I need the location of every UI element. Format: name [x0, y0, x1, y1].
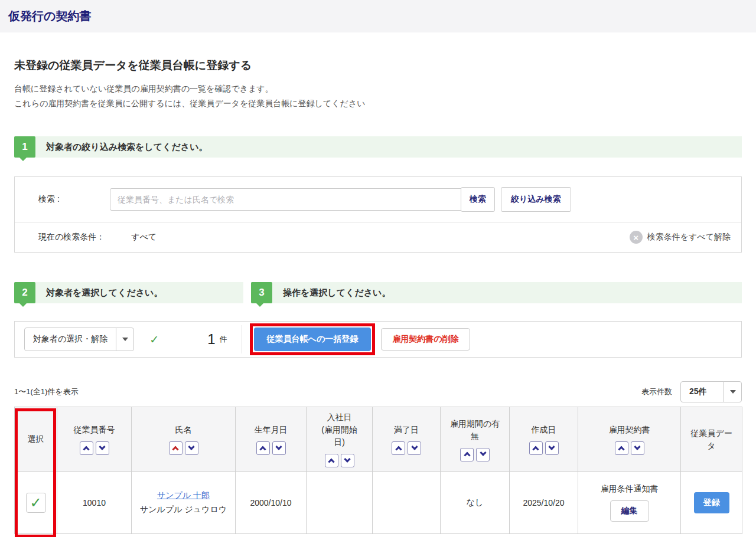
sort-down-button[interactable]	[631, 441, 644, 455]
cell-expiry-date	[373, 472, 441, 534]
sort-up-button[interactable]	[615, 441, 628, 455]
employee-name-kana: サンルプル ジュウロウ	[132, 505, 235, 515]
cell-birth-date: 2000/10/10	[236, 472, 307, 534]
per-page-dropdown[interactable]: 25件	[680, 381, 742, 402]
sort-up-button[interactable]	[256, 441, 270, 455]
chevron-down-icon	[548, 443, 555, 450]
page-title-bar: 仮発行の契約書	[0, 0, 756, 32]
clear-icon[interactable]: ×	[630, 231, 643, 244]
section-heading: 未登録の従業員データを従業員台帳に登録する	[14, 58, 742, 73]
employee-table-wrap: 選択 従業員番号 氏名	[14, 407, 742, 534]
step-1-label: 対象者の絞り込み検索をしてください。	[46, 142, 208, 153]
cell-employee-data: 登録	[681, 472, 742, 534]
sort-down-button[interactable]	[341, 454, 354, 467]
clear-conditions-link[interactable]: × 検索条件をすべて解除	[630, 231, 741, 244]
chevron-up-icon	[532, 446, 539, 452]
chevron-down-icon	[275, 443, 282, 450]
chevron-down-icon	[634, 443, 640, 450]
chevron-down-icon	[188, 443, 194, 450]
sort-down-button[interactable]	[408, 441, 421, 455]
chevron-up-icon	[618, 446, 624, 452]
col-header-employee-number: 従業員番号	[57, 407, 132, 472]
chevron-up-icon	[83, 446, 89, 452]
cell-contract: 雇用条件通知書 編集	[578, 472, 681, 534]
page-title: 仮発行の契約書	[8, 8, 91, 24]
cell-select: ✓	[15, 472, 57, 534]
sort-down-button[interactable]	[185, 441, 198, 455]
search-input[interactable]	[110, 188, 461, 211]
col-header-employee-data: 従業員デー タ	[681, 407, 742, 472]
per-page-dropdown-caret[interactable]	[724, 381, 742, 402]
chevron-up-icon	[395, 446, 402, 452]
step-2-bar: 2 対象者を選択してください。	[14, 282, 243, 303]
sort-down-button[interactable]	[545, 441, 559, 455]
target-select-dropdown-label[interactable]: 対象者の選択・解除	[24, 328, 116, 351]
cell-hire-date	[307, 472, 373, 534]
search-label: 検索 :	[15, 194, 110, 205]
table-header-row: 選択 従業員番号 氏名	[15, 407, 742, 472]
chevron-down-icon	[122, 338, 128, 344]
sort-up-button[interactable]	[80, 441, 93, 455]
chevron-down-icon	[99, 443, 105, 450]
col-header-birth-date: 生年月日	[236, 407, 307, 472]
search-panel: 検索 : 検索 絞り込み検索 現在の検索条件： すべて × 検索条件をすべて解除	[14, 176, 742, 253]
edit-button[interactable]: 編集	[610, 500, 649, 522]
selection-check-icon: ✓	[149, 333, 159, 346]
check-icon: ✓	[30, 496, 41, 510]
action-divider	[242, 325, 242, 353]
annotation-box-bulk-register: 従業員台帳への一括登録	[250, 323, 376, 355]
filter-search-button[interactable]: 絞り込み検索	[501, 187, 571, 212]
step-1-badge: 1	[14, 136, 35, 158]
contract-doc-name: 雇用条件通知書	[578, 484, 680, 495]
sort-up-button[interactable]	[529, 441, 543, 455]
per-page-label: 表示件数	[641, 387, 672, 397]
register-button[interactable]: 登録	[694, 492, 729, 513]
current-condition-value: すべて	[131, 232, 157, 243]
employee-table: 選択 従業員番号 氏名	[14, 407, 742, 534]
description-line-1: 台帳に登録されていない従業員の雇用契約書の一覧を確認できます。	[14, 81, 742, 96]
employee-name-link[interactable]: サンプル 十郎	[157, 490, 210, 500]
search-button[interactable]: 検索	[461, 187, 495, 212]
description-line-2: これらの雇用契約書を従業員に公開するには、従業員データを従業員台帳に登録してくだ…	[14, 96, 742, 111]
cell-created-date: 2025/10/20	[510, 472, 578, 534]
col-header-name: 氏名	[132, 407, 236, 472]
delete-contract-button[interactable]: 雇用契約書の削除	[381, 328, 470, 351]
cell-name: サンプル 十郎 サンルプル ジュウロウ	[132, 472, 236, 534]
sort-up-button[interactable]	[460, 448, 474, 461]
row-checkbox[interactable]: ✓	[26, 493, 46, 513]
cell-employment-period: なし	[441, 472, 510, 534]
section-description: 台帳に登録されていない従業員の雇用契約書の一覧を確認できます。 これらの雇用契約…	[14, 81, 742, 110]
sort-down-button[interactable]	[272, 441, 286, 455]
selected-count: 1	[207, 331, 215, 348]
clear-conditions-label[interactable]: 検索条件をすべて解除	[647, 232, 731, 243]
results-range-text: 1〜1(全1)件を表示	[14, 387, 79, 397]
col-header-employment-period: 雇用期間の有 無	[441, 407, 510, 472]
cell-employee-number: 10010	[57, 472, 132, 534]
chevron-down-icon	[730, 390, 736, 397]
chevron-down-icon	[344, 456, 350, 462]
sort-down-button[interactable]	[476, 448, 490, 461]
chevron-down-icon	[480, 450, 486, 456]
step-2-badge: 2	[14, 282, 35, 303]
step-1-bar: 1 対象者の絞り込み検索をしてください。	[14, 136, 742, 158]
sort-up-button[interactable]	[325, 454, 338, 467]
target-select-dropdown-caret[interactable]	[116, 328, 134, 351]
selected-count-unit: 件	[220, 334, 227, 345]
sort-down-button[interactable]	[96, 441, 109, 455]
chevron-down-icon	[411, 443, 418, 450]
bulk-register-button[interactable]: 従業員台帳への一括登録	[254, 328, 372, 351]
col-header-created-date: 作成日	[510, 407, 578, 472]
step-3-label: 操作を選択してください。	[283, 287, 390, 299]
chevron-up-icon	[172, 446, 178, 452]
chevron-up-icon	[328, 458, 334, 464]
action-bar: 対象者の選択・解除 ✓ 1 件 従業員台帳への一括登録 雇用契約書の削除	[14, 321, 742, 358]
sort-up-button[interactable]	[392, 441, 405, 455]
table-row: ✓ 10010 サンプル 十郎 サンルプル ジュウロウ 2000/10/10 な…	[15, 472, 742, 534]
per-page-value[interactable]: 25件	[680, 381, 724, 402]
col-header-hire-date: 入社日 (雇用開始 日)	[307, 407, 373, 472]
current-condition-label: 現在の検索条件：	[15, 232, 105, 243]
step-3-badge: 3	[251, 282, 272, 303]
col-header-expiry-date: 満了日	[373, 407, 441, 472]
target-select-dropdown[interactable]: 対象者の選択・解除	[24, 328, 134, 351]
sort-up-button-active[interactable]	[169, 441, 183, 455]
